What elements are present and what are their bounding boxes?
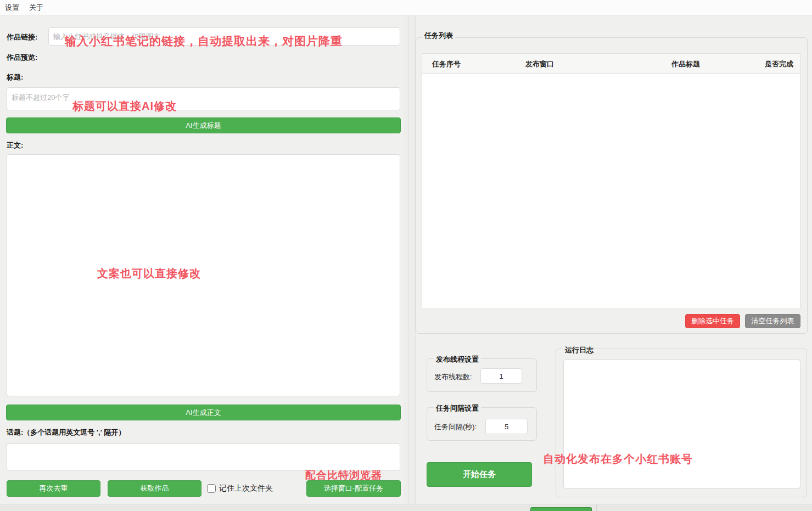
ai-generate-body-button[interactable]: AI生成正文 [6, 405, 401, 420]
menubar: 设置 关于 [0, 0, 812, 15]
task-table: 任务序号 发布窗口 作品标题 是否完成 [422, 53, 800, 309]
title-input[interactable] [7, 87, 400, 110]
task-interval-settings-title: 任务间隔设置 [434, 403, 481, 413]
panel-splitter[interactable] [404, 15, 416, 504]
column-header-publish-window[interactable]: 发布窗口 [525, 59, 554, 69]
splitter-line-left [408, 15, 408, 504]
thread-count-label: 发布线程数: [434, 372, 472, 382]
task-interval-label: 任务间隔(秒): [434, 422, 477, 432]
bottom-strip [0, 504, 812, 511]
column-header-work-title[interactable]: 作品标题 [671, 59, 700, 69]
dedupe-again-button[interactable]: 再次去重 [7, 480, 100, 497]
body-textarea[interactable] [7, 154, 400, 396]
thread-count-input[interactable] [480, 368, 522, 384]
fetch-work-button[interactable]: 获取作品 [108, 480, 201, 497]
title-label: 标题: [7, 72, 23, 82]
task-table-body[interactable] [422, 74, 800, 308]
work-link-label: 作品链接: [7, 32, 37, 42]
run-log-group-title: 运行日志 [563, 345, 596, 355]
topic-input[interactable] [7, 443, 400, 471]
task-list-group-title: 任务列表 [422, 31, 455, 41]
clear-task-list-button[interactable]: 清空任务列表 [745, 314, 800, 328]
body-label: 正文: [7, 141, 23, 150]
work-preview-label: 作品预览: [7, 53, 37, 63]
task-table-header: 任务序号 发布窗口 作品标题 是否完成 [422, 54, 800, 74]
column-header-completed[interactable]: 是否完成 [765, 59, 793, 69]
select-window-config-task-button[interactable]: 选择窗口-配置任务 [306, 480, 401, 497]
remember-folder-checkbox[interactable] [207, 484, 216, 493]
start-task-button[interactable]: 开始任务 [427, 462, 532, 487]
bottom-strip-divider-left [529, 504, 529, 511]
work-link-input[interactable] [48, 27, 400, 46]
task-interval-input[interactable] [485, 419, 528, 434]
menu-item-settings[interactable]: 设置 [0, 0, 24, 15]
bottom-strip-divider-right [596, 504, 597, 511]
delete-selected-tasks-button[interactable]: 删除选中任务 [685, 314, 740, 328]
run-log-textarea[interactable] [563, 360, 800, 488]
column-header-task-number[interactable]: 任务序号 [432, 59, 461, 69]
cutoff-bottom-button[interactable] [530, 507, 592, 511]
menu-item-about[interactable]: 关于 [24, 0, 48, 15]
publish-thread-settings-title: 发布线程设置 [434, 355, 481, 364]
ai-generate-title-button[interactable]: AI生成标题 [6, 117, 401, 133]
remember-folder-label: 记住上次文件夹 [219, 484, 273, 493]
topic-label: 话题:（多个话题用英文逗号 ',' 隔开） [7, 428, 125, 437]
